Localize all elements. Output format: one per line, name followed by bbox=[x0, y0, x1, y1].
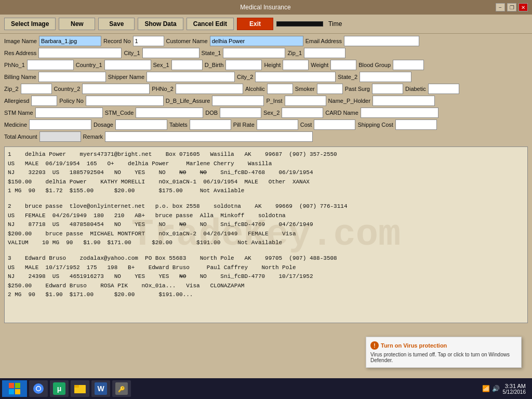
email-address-label: Email Address bbox=[305, 38, 342, 44]
country1-input[interactable] bbox=[104, 60, 151, 70]
p-inst-input[interactable] bbox=[285, 96, 326, 106]
weight-label: Weight bbox=[311, 62, 328, 68]
record-1-line5: 1 MG 90 $1.72 $155.00 $20.00 $175.00 Not… bbox=[8, 187, 524, 196]
name-p-holder-input[interactable] bbox=[373, 96, 435, 106]
sex1-input[interactable] bbox=[171, 60, 203, 70]
country2-input[interactable] bbox=[82, 84, 150, 94]
diabetic-input[interactable] bbox=[428, 84, 459, 94]
form-row-7: STM Name STM_Code DOB Sex_2 CARD Name bbox=[4, 108, 528, 118]
state2-input[interactable] bbox=[360, 72, 411, 82]
record-2-line2: US FEMALE 04/26/1949 180 210 AB+ bruce p… bbox=[8, 211, 524, 221]
alcohlic-input[interactable] bbox=[267, 84, 293, 94]
medicine-label: Medicine bbox=[4, 122, 27, 128]
tablets-label: Tablets bbox=[169, 122, 188, 128]
stm-name-input[interactable] bbox=[35, 108, 103, 118]
country2-label: Country_2 bbox=[54, 86, 81, 92]
cancel-edit-button[interactable]: Cancel Edit bbox=[187, 18, 234, 30]
remark-label: Remark bbox=[83, 134, 103, 140]
smoker-input[interactable] bbox=[317, 84, 343, 94]
save-button[interactable]: Save bbox=[98, 18, 135, 30]
policy-no-input[interactable] bbox=[86, 96, 164, 106]
dosage-label: Dosage bbox=[94, 122, 113, 128]
db-life-assure-label: D_B_Life_Assure bbox=[166, 98, 210, 104]
allergiesd-input[interactable] bbox=[31, 96, 57, 106]
sex2-label: Sex_2 bbox=[263, 110, 280, 116]
state2-label: State_2 bbox=[338, 74, 357, 80]
record-3-line5: 2 MG 90 $1.90 $171.00 $20.00 $191.00... bbox=[8, 290, 524, 300]
cost-input[interactable] bbox=[314, 119, 355, 130]
phno2-input[interactable] bbox=[176, 84, 243, 94]
past-surg-label: Past Surg bbox=[345, 86, 370, 92]
state1-input[interactable] bbox=[223, 48, 285, 58]
record-1-line1: 1 delhia Power myers47371@bright.net Box… bbox=[8, 150, 524, 159]
new-button[interactable]: New bbox=[59, 18, 95, 30]
select-image-button[interactable]: Select Image bbox=[4, 18, 56, 30]
restore-button[interactable]: ❐ bbox=[507, 3, 516, 11]
blood-group-label: Blood Group bbox=[358, 62, 391, 68]
shipping-cost-input[interactable] bbox=[395, 119, 437, 130]
form-row-8: Medicine Dosage Tablets Pill Rate Cost S… bbox=[4, 119, 528, 130]
sex1-label: Sex_1 bbox=[153, 62, 169, 68]
minimize-button[interactable]: − bbox=[496, 3, 505, 11]
tablets-input[interactable] bbox=[190, 119, 231, 130]
title-bar: Medical Insurance − ❐ ✕ bbox=[0, 0, 532, 15]
total-amount-input[interactable] bbox=[39, 131, 81, 142]
exit-button[interactable]: Exit bbox=[237, 18, 273, 30]
form-row-6: Allergiesd Policy No D_B_Life_Assure P_I… bbox=[4, 96, 528, 106]
billing-name-input[interactable] bbox=[38, 72, 106, 82]
window-title: Medical Insurance bbox=[35, 4, 496, 11]
customer-name-input[interactable] bbox=[210, 36, 303, 46]
customer-name-label: Customer Name bbox=[166, 38, 208, 44]
record-no-input[interactable] bbox=[133, 36, 164, 46]
close-button[interactable]: ✕ bbox=[518, 3, 528, 11]
dob-label: DOB bbox=[205, 110, 218, 116]
dbirth-input[interactable] bbox=[225, 60, 262, 70]
policy-no-label: Policy No bbox=[59, 98, 83, 104]
dob-input[interactable] bbox=[220, 108, 261, 118]
db-life-assure-input[interactable] bbox=[212, 96, 264, 106]
zip1-input[interactable] bbox=[304, 48, 345, 58]
res-address-label: Res Address bbox=[4, 50, 36, 56]
city2-input[interactable] bbox=[255, 72, 336, 82]
card-name-input[interactable] bbox=[361, 108, 438, 118]
zip2-label: Zip_2 bbox=[4, 86, 19, 92]
record-3-line4: $250.00 Edward Bruso ROSA PIK nOx_01a...… bbox=[8, 282, 524, 291]
shipper-name-input[interactable] bbox=[147, 72, 235, 82]
record-2-line5: VALIUM 10 MG 90 $1.90 $171.00 $20.00 $19… bbox=[8, 238, 524, 248]
diabetic-label: Diabetic bbox=[405, 86, 426, 92]
phno1-input[interactable] bbox=[27, 60, 74, 70]
form-row-4: Billing Name Shipper Name City_2 State_2 bbox=[4, 72, 528, 82]
zip2-input[interactable] bbox=[21, 84, 52, 94]
form-row-5: Zip_2 Country_2 PHNo_2 Alcohlic Smoker P… bbox=[4, 84, 528, 94]
state1-label: State_1 bbox=[202, 50, 221, 56]
stm-name-label: STM Name bbox=[4, 110, 33, 116]
black-button[interactable] bbox=[276, 21, 323, 26]
form-row-1: Image Name Record No Customer Name Email… bbox=[4, 36, 528, 46]
name-p-holder-label: Name_P_Holder bbox=[328, 98, 370, 104]
stm-code-label: STM_Code bbox=[105, 110, 134, 116]
city1-input[interactable] bbox=[142, 48, 200, 58]
record-1-line2: US MALE 06/19/1954 165 O+ delhia Power M… bbox=[8, 159, 524, 169]
medicine-input[interactable] bbox=[29, 119, 91, 130]
image-name-input[interactable] bbox=[39, 36, 101, 46]
record-3-line2: US MALE 10/17/1952 175 198 B+ Edward Bru… bbox=[8, 263, 524, 273]
record-1-line4: $150.00 delhia Power KATHY MORELLI nOx_0… bbox=[8, 178, 524, 187]
res-address-input[interactable] bbox=[38, 48, 122, 58]
show-data-button[interactable]: Show Data bbox=[138, 18, 183, 30]
record-2: 2 bruce passe tlove@onlyinternet.net p.o… bbox=[8, 202, 524, 248]
stm-code-input[interactable] bbox=[136, 108, 203, 118]
pill-rate-input[interactable] bbox=[257, 119, 298, 130]
phno1-label: PhNo_1 bbox=[4, 62, 25, 68]
weight-input[interactable] bbox=[330, 60, 356, 70]
dosage-input[interactable] bbox=[115, 119, 167, 130]
zip1-label: Zip_1 bbox=[287, 50, 302, 56]
past-surg-input[interactable] bbox=[372, 84, 403, 94]
email-address-input[interactable] bbox=[344, 36, 419, 46]
billing-name-label: Billing Name bbox=[4, 74, 36, 80]
record-2-line4: $200.00 bruce passe MICHAEL MONTFORT nOx… bbox=[8, 230, 524, 239]
blood-group-input[interactable] bbox=[393, 60, 424, 70]
data-area[interactable]: TradeKey.com 1 delhia Power myers47371@b… bbox=[4, 147, 528, 323]
remark-input[interactable] bbox=[105, 131, 313, 142]
sex2-input[interactable] bbox=[282, 108, 323, 118]
height-input[interactable] bbox=[283, 60, 309, 70]
